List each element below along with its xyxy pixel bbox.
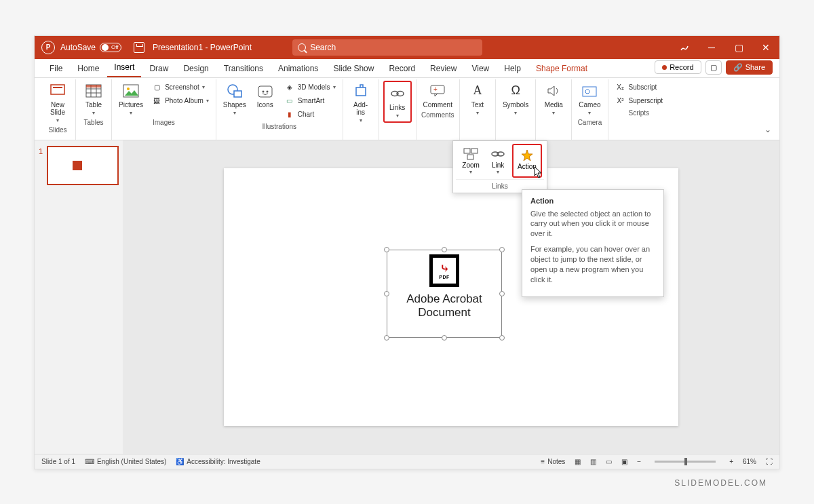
collapse-ribbon-button[interactable]: ⌄: [764, 125, 771, 134]
autosave-label: AutoSave: [60, 43, 96, 52]
group-links: Links▾: [379, 79, 416, 140]
group-media: Media▾: [536, 79, 572, 140]
cameo-button[interactable]: Cameo▾: [576, 81, 603, 117]
ribbon: New Slide▾ Slides Table▾ Tables Pictures…: [35, 78, 779, 140]
tab-file[interactable]: File: [43, 60, 69, 77]
tab-shape-format[interactable]: Shape Format: [529, 60, 594, 77]
resize-handle[interactable]: [442, 335, 447, 341]
resize-handle[interactable]: [384, 335, 389, 341]
tab-home[interactable]: Home: [71, 60, 106, 77]
search-input[interactable]: Search: [292, 39, 482, 56]
zoom-icon: [463, 147, 478, 161]
svg-point-20: [585, 90, 589, 94]
screenshot-button[interactable]: ▢Screenshot ▾: [149, 81, 212, 94]
pictures-icon: [122, 82, 140, 100]
superscript-button[interactable]: X²Superscript: [613, 94, 666, 108]
group-slides: New Slide▾ Slides: [40, 79, 76, 140]
resize-handle[interactable]: [384, 247, 389, 252]
share-button[interactable]: 🔗 Share: [726, 60, 773, 75]
notes-button[interactable]: ≡Notes: [541, 458, 565, 465]
svg-rect-21: [464, 149, 470, 153]
normal-view-button[interactable]: ▦: [575, 458, 581, 465]
slide-counter[interactable]: Slide 1 of 1: [41, 458, 75, 465]
resize-handle[interactable]: [499, 335, 505, 341]
addins-button[interactable]: Add- ins▾: [347, 81, 374, 125]
text-icon: A: [469, 82, 486, 100]
record-button[interactable]: Record: [655, 60, 701, 74]
comment-button[interactable]: + Comment: [421, 81, 455, 110]
workspace: 1 ⤷PDF Adobe Acrobat Docum: [35, 140, 779, 454]
link-icon: [490, 147, 505, 161]
slideshow-view-button[interactable]: ▣: [621, 458, 627, 465]
minimize-button[interactable]: ─: [698, 36, 725, 59]
document-title: Presentation1 - PowerPoint: [153, 43, 252, 52]
new-slide-button[interactable]: New Slide▾: [44, 81, 71, 125]
autosave-toggle[interactable]: AutoSave Off: [60, 43, 121, 52]
save-icon[interactable]: [134, 42, 144, 53]
group-tables: Table▾ Tables: [76, 79, 112, 140]
tab-draw[interactable]: Draw: [142, 60, 175, 77]
svg-text:+: +: [433, 85, 438, 93]
group-images: Pictures▾ ▢Screenshot ▾ 🖼Photo Album ▾ I…: [112, 79, 216, 140]
zoom-percent[interactable]: 61%: [743, 458, 756, 465]
accessibility-button[interactable]: ♿Accessibility: Investigate: [176, 458, 260, 465]
toggle-switch[interactable]: Off: [100, 43, 121, 52]
zoom-slider[interactable]: [655, 461, 716, 463]
zoom-button[interactable]: Zoom▾: [458, 144, 484, 178]
tab-help[interactable]: Help: [497, 60, 528, 77]
cursor-icon: [534, 166, 543, 178]
present-button[interactable]: ▢: [705, 60, 722, 75]
tab-animations[interactable]: Animations: [271, 60, 325, 77]
svg-rect-12: [258, 86, 272, 97]
links-button[interactable]: Links▾: [383, 81, 412, 123]
media-button[interactable]: Media▾: [540, 81, 567, 117]
icons-button[interactable]: Icons: [252, 81, 279, 110]
smartart-button[interactable]: ▭SmartArt: [282, 94, 338, 108]
tab-record[interactable]: Record: [382, 60, 422, 77]
svg-marker-26: [522, 150, 532, 161]
language-icon: ⌨: [85, 458, 94, 465]
thumbnail-pane[interactable]: 1: [35, 140, 123, 454]
subscript-button[interactable]: X₂Subscript: [613, 81, 666, 94]
symbols-button[interactable]: ΩSymbols▾: [500, 81, 531, 117]
tab-design[interactable]: Design: [176, 60, 215, 77]
app-window: P AutoSave Off Presentation1 - PowerPoin…: [34, 35, 780, 469]
chart-button[interactable]: ▮Chart: [282, 108, 338, 121]
tab-slideshow[interactable]: Slide Show: [326, 60, 381, 77]
group-comments: + Comment Comments: [416, 79, 460, 140]
svg-point-13: [262, 90, 264, 92]
mic-icon[interactable]: [671, 36, 698, 59]
cube-icon: ◈: [284, 82, 295, 93]
photo-album-button[interactable]: 🖼Photo Album ▾: [149, 94, 212, 108]
tab-insert[interactable]: Insert: [107, 58, 141, 77]
maximize-button[interactable]: ▢: [725, 36, 752, 59]
text-button[interactable]: AText▾: [464, 81, 491, 117]
slide-thumbnail-1[interactable]: 1: [47, 146, 119, 185]
svg-rect-7: [86, 85, 101, 88]
link-icon: [389, 85, 406, 102]
zoom-in-button[interactable]: +: [729, 458, 733, 465]
zoom-out-button[interactable]: −: [637, 458, 641, 465]
subscript-icon: X₂: [615, 82, 626, 93]
language-button[interactable]: ⌨English (United States): [85, 458, 166, 465]
selected-object[interactable]: ⤷PDF Adobe Acrobat Document: [387, 250, 502, 338]
svg-rect-23: [467, 155, 473, 159]
tab-transitions[interactable]: Transitions: [217, 60, 270, 77]
close-button[interactable]: ✕: [752, 36, 779, 59]
resize-handle[interactable]: [442, 247, 447, 252]
chart-icon: ▮: [284, 109, 295, 120]
fit-window-button[interactable]: ⛶: [766, 458, 773, 465]
reading-view-button[interactable]: ▭: [606, 458, 612, 465]
3d-models-button[interactable]: ◈3D Models ▾: [282, 81, 338, 94]
link-button[interactable]: Link▾: [485, 144, 511, 178]
shapes-button[interactable]: Shapes▾: [220, 81, 249, 117]
pictures-button[interactable]: Pictures▾: [116, 81, 146, 117]
sorter-view-button[interactable]: ▥: [590, 458, 596, 465]
tab-view[interactable]: View: [465, 60, 496, 77]
table-button[interactable]: Table▾: [80, 81, 107, 117]
resize-handle[interactable]: [499, 247, 505, 252]
action-tooltip: Action Give the selected object an actio…: [522, 189, 664, 298]
tab-review[interactable]: Review: [423, 60, 463, 77]
statusbar: Slide 1 of 1 ⌨English (United States) ♿A…: [35, 454, 779, 469]
speaker-icon: [545, 82, 562, 100]
